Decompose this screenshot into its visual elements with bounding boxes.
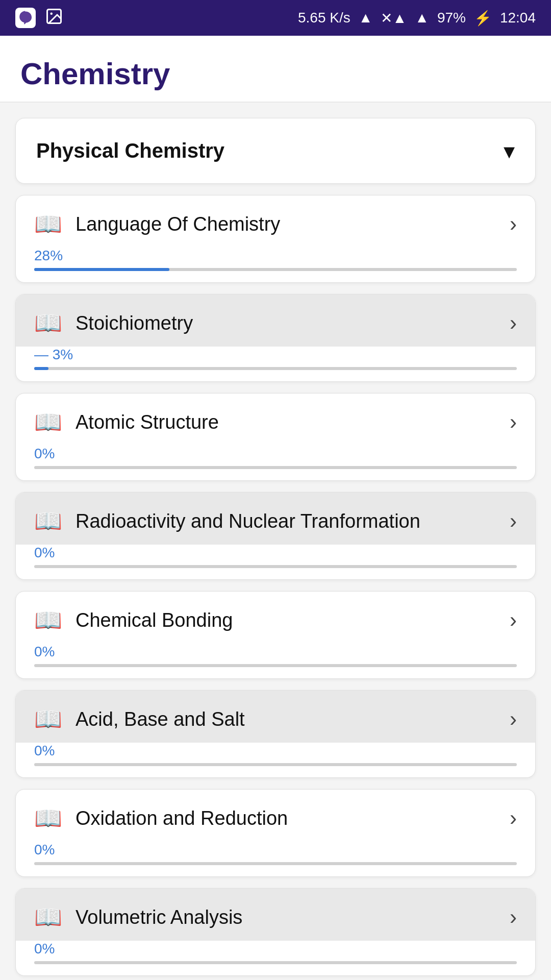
wifi-icon: ▲ <box>359 10 373 26</box>
chevron-right-icon: › <box>510 806 517 830</box>
progress-track <box>34 466 517 469</box>
status-left-icons <box>15 7 63 29</box>
chevron-right-icon: › <box>510 905 517 929</box>
progress-label: 0% <box>34 446 517 462</box>
progress-area: 0% <box>16 743 535 766</box>
chevron-right-icon: › <box>510 509 517 533</box>
topic-left: 📖 Volumetric Analysis <box>34 904 242 930</box>
progress-area: — 3% <box>16 347 535 370</box>
topic-title: Oxidation and Reduction <box>76 807 288 829</box>
topic-card-oxidation-reduction: 📖 Oxidation and Reduction › 0% <box>15 789 536 877</box>
topic-left: 📖 Radioactivity and Nuclear Tranformatio… <box>34 508 420 534</box>
svg-point-1 <box>51 12 53 15</box>
progress-label: 0% <box>34 941 517 957</box>
topic-row[interactable]: 📖 Stoichiometry › <box>16 295 535 347</box>
progress-label: 0% <box>34 743 517 759</box>
book-icon: 📖 <box>34 310 62 336</box>
progress-track <box>34 862 517 865</box>
progress-label: 28% <box>34 248 517 264</box>
topic-title: Language Of Chemistry <box>76 213 280 235</box>
topic-card-acid-base-salt: 📖 Acid, Base and Salt › 0% <box>15 690 536 778</box>
category-header[interactable]: Physical Chemistry ▾ <box>16 118 535 183</box>
topic-title: Stoichiometry <box>76 312 193 334</box>
topic-title: Acid, Base and Salt <box>76 708 245 730</box>
topic-card-atomic-structure: 📖 Atomic Structure › 0% <box>15 393 536 481</box>
book-icon: 📖 <box>34 211 62 237</box>
topic-card-volumetric-analysis: 📖 Volumetric Analysis › 0% <box>15 888 536 976</box>
signal-icon: ✕▲ <box>381 10 407 27</box>
topic-left: 📖 Chemical Bonding <box>34 607 233 633</box>
main-content: Physical Chemistry ▾ 📖 Language Of Chemi… <box>0 103 551 980</box>
topic-row[interactable]: 📖 Oxidation and Reduction › <box>16 790 535 842</box>
topic-row[interactable]: 📖 Acid, Base and Salt › <box>16 691 535 743</box>
progress-label: 0% <box>34 842 517 858</box>
chevron-right-icon: › <box>510 410 517 434</box>
chevron-down-icon: ▾ <box>504 138 515 164</box>
topic-row[interactable]: 📖 Atomic Structure › <box>16 394 535 446</box>
gallery-icon <box>45 7 63 29</box>
progress-area: 0% <box>16 446 535 469</box>
progress-area: 0% <box>16 941 535 964</box>
topic-card-language-of-chemistry: 📖 Language Of Chemistry › 28% <box>15 195 536 283</box>
page-title: Chemistry <box>20 56 531 91</box>
progress-area: 0% <box>16 644 535 667</box>
topic-title: Chemical Bonding <box>76 609 233 631</box>
topic-left: 📖 Language Of Chemistry <box>34 211 280 237</box>
progress-track <box>34 763 517 766</box>
progress-area: 0% <box>16 545 535 568</box>
progress-track <box>34 565 517 568</box>
topic-row[interactable]: 📖 Language Of Chemistry › <box>16 195 535 248</box>
category-title: Physical Chemistry <box>36 139 224 162</box>
topic-left: 📖 Atomic Structure <box>34 409 219 435</box>
signal-bars: ▲ <box>415 10 429 26</box>
topic-left: 📖 Stoichiometry <box>34 310 193 336</box>
chevron-right-icon: › <box>510 311 517 335</box>
book-icon: 📖 <box>34 706 62 732</box>
progress-fill <box>34 367 48 370</box>
topic-row[interactable]: 📖 Chemical Bonding › <box>16 592 535 644</box>
progress-label: 0% <box>34 545 517 561</box>
topic-card-stoichiometry: 📖 Stoichiometry › — 3% <box>15 294 536 382</box>
clock: 12:04 <box>500 10 536 26</box>
chevron-right-icon: › <box>510 212 517 236</box>
topic-card-chemical-bonding: 📖 Chemical Bonding › 0% <box>15 591 536 679</box>
topic-title: Radioactivity and Nuclear Tranformation <box>76 510 420 532</box>
progress-track <box>34 664 517 667</box>
topic-row[interactable]: 📖 Volumetric Analysis › <box>16 889 535 941</box>
status-bar: 5.65 K/s ▲ ✕▲ ▲ 97% ⚡ 12:04 <box>0 0 551 36</box>
topic-card-radioactivity: 📖 Radioactivity and Nuclear Tranformatio… <box>15 492 536 580</box>
progress-fill <box>34 268 169 271</box>
book-icon: 📖 <box>34 805 62 831</box>
page-header: Chemistry <box>0 36 551 103</box>
progress-label: 0% <box>34 644 517 660</box>
book-icon: 📖 <box>34 508 62 534</box>
topic-left: 📖 Acid, Base and Salt <box>34 706 245 732</box>
network-speed: 5.65 K/s <box>298 10 350 26</box>
chevron-right-icon: › <box>510 707 517 731</box>
book-icon: 📖 <box>34 607 62 633</box>
topic-title: Atomic Structure <box>76 411 219 433</box>
progress-track <box>34 367 517 370</box>
viber-icon <box>15 8 36 28</box>
battery-icon: ⚡ <box>474 10 492 27</box>
progress-area: 0% <box>16 842 535 865</box>
topic-title: Volumetric Analysis <box>76 906 242 928</box>
chevron-right-icon: › <box>510 608 517 632</box>
category-physical-chemistry[interactable]: Physical Chemistry ▾ <box>15 118 536 184</box>
status-right: 5.65 K/s ▲ ✕▲ ▲ 97% ⚡ 12:04 <box>298 10 536 27</box>
progress-area: 28% <box>16 248 535 271</box>
progress-label: — 3% <box>34 347 517 363</box>
book-icon: 📖 <box>34 904 62 930</box>
battery-level: 97% <box>437 10 466 26</box>
progress-track <box>34 268 517 271</box>
progress-track <box>34 961 517 964</box>
topic-left: 📖 Oxidation and Reduction <box>34 805 288 831</box>
topic-row[interactable]: 📖 Radioactivity and Nuclear Tranformatio… <box>16 493 535 545</box>
book-icon: 📖 <box>34 409 62 435</box>
